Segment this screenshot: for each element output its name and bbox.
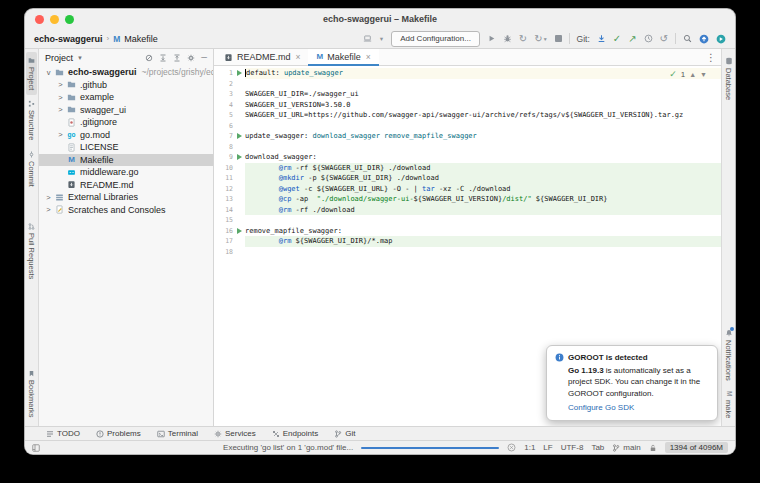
tool-window-button-services[interactable]: Services [206, 427, 264, 440]
editor-line: 4SWAGGER_UI_VERSION=3.50.0 [214, 100, 721, 111]
gutter-run-slot[interactable] [233, 226, 245, 237]
tab-makefile[interactable]: MMakefile× [308, 49, 378, 65]
memory-indicator[interactable]: 1394 of 4096M [665, 442, 728, 453]
tool-window-button-todo[interactable]: TODO [38, 427, 88, 440]
write-access-lock-icon[interactable] [649, 444, 657, 452]
git-commit-icon[interactable]: ✓ [613, 34, 621, 44]
layout-grid-icon[interactable] [32, 444, 40, 452]
tool-window-button-terminal[interactable]: Terminal [149, 427, 206, 440]
code-token [245, 185, 279, 193]
project-panel-title[interactable]: Project [45, 53, 73, 63]
tree-item--gitignore[interactable]: .gitignore [39, 116, 213, 129]
indent-mode[interactable]: Tab [591, 443, 604, 452]
tool-strip-item-pull-requests[interactable]: Pull Requests [26, 218, 37, 284]
prev-problem-icon[interactable]: ▲ [689, 71, 696, 78]
minimize-window-button[interactable] [50, 15, 59, 24]
git-update-icon[interactable] [597, 34, 606, 43]
rerun-icon[interactable]: ↻ [519, 34, 527, 44]
tool-strip-item-project[interactable]: Project [26, 52, 37, 95]
gutter-run-slot [233, 110, 245, 121]
scratches-icon [53, 205, 66, 214]
editor[interactable]: ✓ 1 ▲ ▼ GOROOT is detected Go 1.19.3 is … [214, 66, 721, 426]
ide-update-icon[interactable] [699, 34, 709, 44]
tree-item-example[interactable]: >example [39, 91, 213, 104]
code-token: download_swagger: [245, 153, 317, 161]
editor-line: 7update_swagger: download_swagger remove… [214, 131, 721, 142]
tree-item-license[interactable]: LICENSE [39, 141, 213, 154]
run-menu-icon[interactable]: ↻▼ [534, 34, 547, 44]
tree-item-readme-md[interactable]: README.md [39, 179, 213, 192]
tree-chevron-icon[interactable]: > [56, 94, 65, 102]
plugin-icon[interactable] [716, 34, 726, 44]
notification-body: Go 1.19.3 is automatically set as a proj… [568, 365, 709, 399]
caret-position[interactable]: 1:1 [524, 443, 535, 452]
services-icon [214, 430, 222, 438]
gutter-run-slot[interactable] [233, 68, 245, 79]
cancel-task-icon[interactable] [507, 443, 516, 452]
git-push-icon[interactable]: ↗ [628, 34, 636, 44]
close-window-button[interactable] [35, 15, 44, 24]
line-separator[interactable]: LF [543, 443, 552, 452]
add-configuration-button[interactable]: Add Configuration... [391, 31, 480, 47]
tool-window-button-problems[interactable]: Problems [88, 427, 149, 440]
tab-label: README.md [237, 52, 291, 62]
next-problem-icon[interactable]: ▼ [700, 71, 707, 78]
tree-chevron-icon[interactable]: > [56, 131, 65, 139]
file-encoding[interactable]: UTF-8 [561, 443, 584, 452]
code-text: update_swagger: download_swagger remove_… [245, 131, 721, 142]
code-token: SWAGGER_UI_DIR=./swagger_ui [245, 90, 359, 98]
tool-strip-item-database[interactable]: Database [723, 52, 734, 105]
expand-all-icon[interactable] [159, 54, 167, 62]
tree-item-swagger-ui[interactable]: >swagger_ui [39, 104, 213, 117]
tree-item-scratches-and-consoles[interactable]: >Scratches and Consoles [39, 204, 213, 217]
tree-chevron-icon[interactable]: > [44, 194, 53, 202]
tool-window-button-endpoints[interactable]: Endpoints [264, 427, 327, 440]
close-tab-icon[interactable]: × [366, 52, 371, 62]
tree-item-external-libraries[interactable]: >External Libraries [39, 191, 213, 204]
locate-icon[interactable] [145, 54, 153, 62]
tool-strip-item-make[interactable]: Mmake [723, 386, 734, 423]
collapse-all-icon[interactable] [173, 54, 181, 62]
gear-icon[interactable] [187, 54, 195, 62]
gutter-run-slot[interactable] [233, 152, 245, 163]
tool-window-button-git[interactable]: Git [326, 427, 363, 440]
chevron-down-icon[interactable]: ▼ [77, 55, 83, 61]
inspection-widget[interactable]: ✓ 1 ▲ ▼ [669, 69, 707, 79]
tree-chevron-icon[interactable]: > [56, 106, 65, 114]
tool-strip-item-structure[interactable]: Structure [26, 95, 37, 145]
tab-readme-md[interactable]: README.md× [216, 49, 308, 65]
tool-strip-item-bookmarks[interactable]: Bookmarks [26, 365, 37, 423]
history-icon[interactable] [644, 34, 653, 43]
run-target-button[interactable] [237, 133, 242, 139]
editor-line: 11 @mkdir -p ${SWAGGER_UI_DIR} ./downloa… [214, 173, 721, 184]
title-bar[interactable]: echo-swaggerui – Makefile [25, 9, 735, 29]
tool-strip-item-commit[interactable]: Commit [26, 146, 37, 192]
run-target-button[interactable] [237, 154, 242, 160]
breadcrumb-project[interactable]: echo-swaggerui [34, 34, 103, 44]
breadcrumb-file[interactable]: Makefile [124, 34, 158, 44]
tree-item-echo-swaggerui[interactable]: vecho-swaggerui~/projects/grishy/echo-sw… [39, 66, 213, 79]
close-tab-icon[interactable]: × [296, 52, 301, 62]
tool-strip-item-notifications[interactable]: Notifications [723, 324, 734, 386]
configure-go-sdk-link[interactable]: Configure Go SDK [568, 402, 634, 413]
git-branch-widget[interactable]: main [612, 443, 640, 452]
code-token: @rm [279, 206, 292, 214]
gutter-run-slot[interactable] [233, 131, 245, 142]
stop-icon[interactable] [555, 35, 562, 42]
editor-options-kebab-icon[interactable]: ⋮ [706, 52, 716, 63]
bug-icon[interactable] [503, 34, 512, 43]
rollback-icon[interactable]: ↺ [660, 34, 668, 44]
tree-chevron-icon[interactable]: v [44, 69, 53, 77]
run-target-button[interactable] [237, 228, 242, 234]
tree-item-makefile[interactable]: MMakefile [39, 154, 213, 167]
zoom-window-button[interactable] [65, 15, 74, 24]
tree-item--github[interactable]: >.github [39, 79, 213, 92]
tree-chevron-icon[interactable]: > [56, 81, 65, 89]
play-icon[interactable] [487, 34, 496, 43]
run-target-button[interactable] [237, 70, 242, 76]
tree-item-go-mod[interactable]: >gogo.mod [39, 129, 213, 142]
tree-chevron-icon[interactable]: > [44, 206, 53, 214]
laptop-icon[interactable] [363, 34, 372, 43]
tree-item-middleware-go[interactable]: middleware.go [39, 166, 213, 179]
search-icon[interactable] [683, 34, 692, 43]
